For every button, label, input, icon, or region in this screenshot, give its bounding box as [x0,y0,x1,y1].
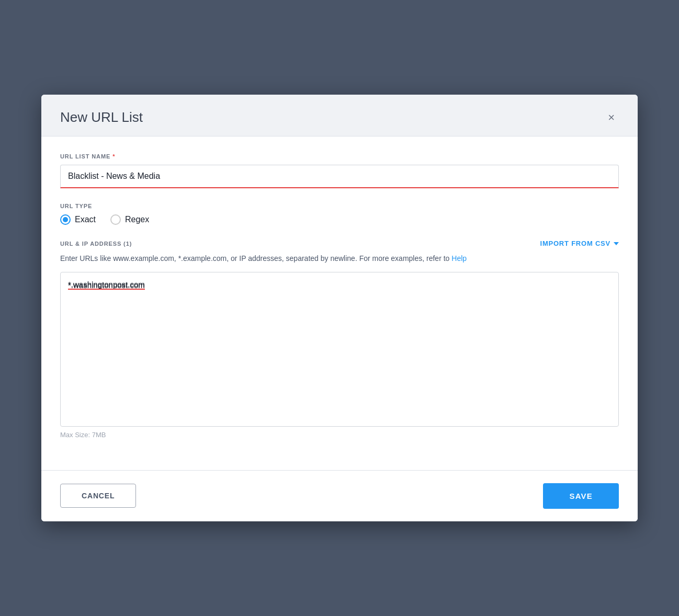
radio-exact-circle [60,214,71,225]
url-list-name-group: URL LIST NAME * [60,153,619,188]
url-list-name-input-wrapper [60,165,619,188]
url-list-name-input[interactable] [60,165,619,188]
help-text: Enter URLs like www.example.com, *.examp… [60,253,619,264]
url-type-radio-group: Exact Regex [60,214,619,225]
import-csv-button[interactable]: IMPORT FROM CSV [540,239,619,247]
save-button[interactable]: SAVE [543,483,619,509]
modal-dialog: New URL List × URL LIST NAME * URL TYPE … [41,95,638,521]
chevron-down-icon [614,242,619,245]
radio-regex-label: Regex [125,215,149,224]
radio-regex-circle [110,214,121,225]
modal-footer: CANCEL SAVE [41,470,638,521]
radio-exact-label: Exact [75,215,96,224]
url-address-header: URL & IP ADDRESS (1) IMPORT FROM CSV [60,239,619,247]
url-address-group: URL & IP ADDRESS (1) IMPORT FROM CSV Ent… [60,239,619,438]
url-list-name-label: URL LIST NAME * [60,153,619,159]
url-textarea[interactable]: *.washingtonpost.com [61,272,618,424]
url-type-group: URL TYPE Exact Regex [60,203,619,225]
max-size-text: Max Size: 7MB [60,431,619,439]
url-address-label: URL & IP ADDRESS (1) [60,241,132,247]
url-type-label: URL TYPE [60,203,619,209]
radio-regex-option[interactable]: Regex [110,214,149,225]
url-textarea-container: *.washingtonpost.com *.washingtonpost.co… [60,272,619,427]
close-button[interactable]: × [604,110,619,126]
required-indicator: * [112,153,115,159]
radio-exact-option[interactable]: Exact [60,214,96,225]
modal-header: New URL List × [41,95,638,136]
help-link[interactable]: Help [451,254,467,263]
cancel-button[interactable]: CANCEL [60,484,136,508]
modal-body: URL LIST NAME * URL TYPE Exact Regex [41,136,638,470]
modal-title: New URL List [60,109,143,126]
